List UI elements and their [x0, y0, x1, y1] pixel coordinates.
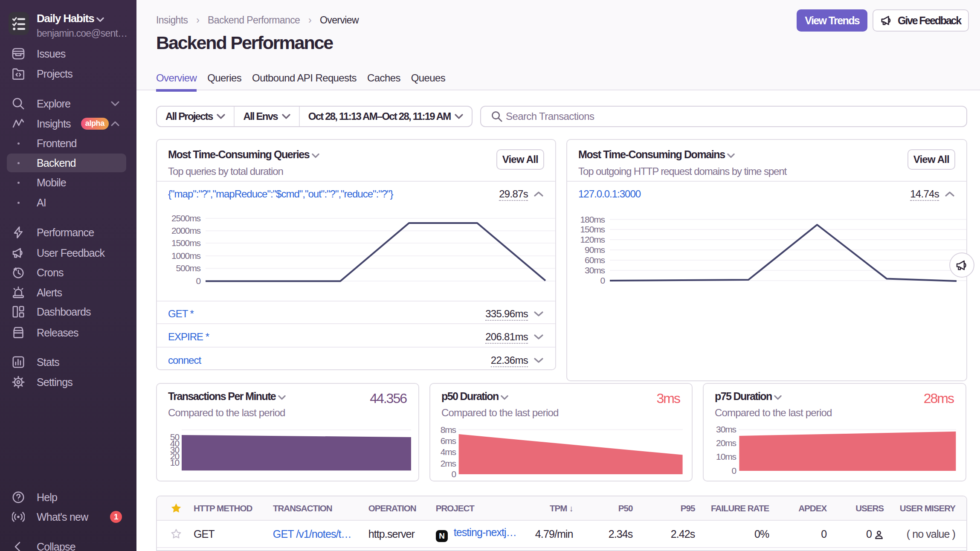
- svg-text:90ms: 90ms: [585, 245, 605, 255]
- svg-text:1500ms: 1500ms: [171, 238, 201, 248]
- svg-text:20ms: 20ms: [716, 438, 736, 448]
- svg-text:500ms: 500ms: [176, 263, 200, 273]
- svg-text:120ms: 120ms: [580, 235, 605, 244]
- svg-text:2500ms: 2500ms: [171, 213, 201, 223]
- svg-text:10: 10: [170, 458, 180, 467]
- svg-text:0: 0: [451, 469, 456, 479]
- svg-text:6ms: 6ms: [441, 436, 456, 446]
- svg-text:30ms: 30ms: [716, 424, 736, 434]
- svg-text:1000ms: 1000ms: [171, 251, 201, 261]
- svg-text:2ms: 2ms: [441, 458, 456, 468]
- svg-text:10ms: 10ms: [716, 452, 736, 461]
- svg-text:0: 0: [196, 276, 200, 286]
- svg-text:8ms: 8ms: [441, 425, 456, 435]
- svg-text:150ms: 150ms: [580, 224, 605, 234]
- svg-text:30ms: 30ms: [585, 265, 605, 275]
- svg-text:0: 0: [600, 276, 605, 285]
- svg-text:4ms: 4ms: [441, 447, 456, 457]
- svg-text:0: 0: [731, 466, 736, 476]
- svg-text:60ms: 60ms: [585, 255, 605, 265]
- svg-text:2000ms: 2000ms: [171, 226, 201, 235]
- svg-text:180ms: 180ms: [580, 215, 605, 224]
